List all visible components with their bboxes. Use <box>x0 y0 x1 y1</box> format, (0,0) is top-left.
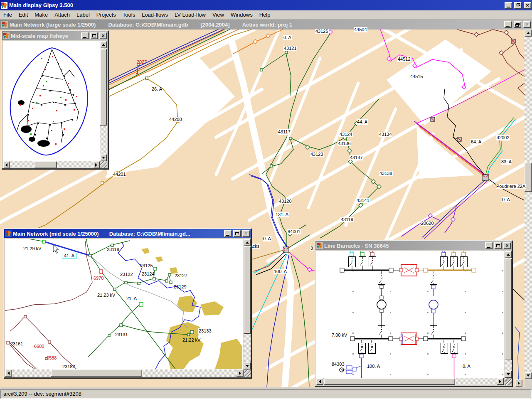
menu-item-help[interactable]: Help <box>256 11 274 19</box>
scroll-thumb[interactable] <box>34 161 57 168</box>
status-text: arc#3,209 -- dev: segment#3208 <box>0 389 532 399</box>
coordinates: [2004,2004] <box>201 22 230 28</box>
scroll-right-button[interactable] <box>236 369 244 377</box>
scroll-thumb[interactable] <box>51 369 142 377</box>
window-icon <box>5 230 12 237</box>
maximize-icon <box>235 232 239 235</box>
large-scale-titlebar[interactable]: Main Network (large scale 1/2500) Databa… <box>0 20 532 30</box>
close-button[interactable]: × <box>99 32 107 39</box>
restore-button[interactable] <box>514 2 522 9</box>
map-label: 100. A <box>367 364 380 369</box>
scroll-left-button[interactable] <box>3 161 10 168</box>
midscale-window[interactable]: Main Network (mid scale 1/25000) Databas… <box>3 228 251 378</box>
scroll-thumb[interactable] <box>525 163 532 192</box>
menu-item-windows[interactable]: Windows <box>227 11 256 19</box>
scroll-right-button[interactable] <box>93 161 100 168</box>
scroll-down-button[interactable] <box>505 371 512 378</box>
up-arrow-icon <box>246 241 249 244</box>
scroll-thumb[interactable] <box>505 259 512 360</box>
midscale-titlebar[interactable]: Main Network (mid scale 1/25000) Databas… <box>4 229 251 238</box>
close-button: × <box>523 21 531 28</box>
down-arrow-icon <box>507 373 510 375</box>
menu-item-tools[interactable]: Tools <box>119 11 138 19</box>
menu-item-attach[interactable]: Attach <box>51 11 73 19</box>
scroll-left-button[interactable] <box>316 378 323 385</box>
window-icon <box>1 21 8 28</box>
scroll-left-button[interactable] <box>5 369 12 377</box>
map-label: 23125 <box>140 263 153 268</box>
scrollbar-corner <box>525 379 532 389</box>
schematic-view[interactable]: 7.00 kV84303100. A0. A <box>316 251 504 378</box>
scroll-thumb[interactable] <box>324 378 455 385</box>
midscale-horizontal-scrollbar[interactable] <box>5 369 244 377</box>
maximize-button[interactable] <box>233 230 241 237</box>
minimize-button[interactable] <box>485 242 493 249</box>
scroll-up-button[interactable] <box>505 251 512 258</box>
left-arrow-icon <box>7 372 10 375</box>
menu-item-lv-load-flow[interactable]: LV Load-flow <box>171 11 209 19</box>
left-arrow-icon <box>5 163 7 167</box>
main-vertical-scrollbar[interactable] <box>525 30 532 379</box>
fisheye-map[interactable] <box>3 41 100 161</box>
restore-icon <box>515 23 520 27</box>
scroll-up-button[interactable] <box>244 239 251 246</box>
minimize-button[interactable] <box>224 230 232 237</box>
scroll-down-button[interactable] <box>100 154 107 161</box>
scroll-thumb[interactable] <box>100 49 107 126</box>
window-title: Mid-scale map fisheye <box>11 33 68 39</box>
maximize-button[interactable] <box>494 242 502 249</box>
scroll-down-button[interactable] <box>244 362 251 369</box>
maximize-button[interactable] <box>90 32 98 39</box>
resize-grip[interactable] <box>100 161 107 168</box>
linebarracks-horizontal-scrollbar[interactable] <box>316 378 504 385</box>
fisheye-vertical-scrollbar[interactable] <box>100 41 107 161</box>
close-button[interactable]: × <box>503 242 511 249</box>
window-title: Main Network (large scale 1/2500) <box>10 22 96 28</box>
minimize-icon <box>487 247 490 248</box>
minimize-button[interactable] <box>81 32 89 39</box>
maximize-icon <box>496 244 500 247</box>
scroll-right-button[interactable] <box>497 378 504 385</box>
midscale-map[interactable]: 21.29 kV41. A23118697021.23 kV2312523122… <box>5 239 243 369</box>
map-label: 23161 <box>10 341 24 347</box>
map-label: 23127 <box>174 273 188 278</box>
menu-item-load-flows[interactable]: Load-flows <box>138 11 171 19</box>
minimize-button[interactable] <box>505 2 512 9</box>
window-icon <box>316 242 323 249</box>
fisheye-horizontal-scrollbar[interactable] <box>3 161 100 168</box>
close-button[interactable]: × <box>524 2 531 9</box>
map-label: 23129 <box>173 284 187 290</box>
maximize-icon <box>92 34 96 37</box>
linebarracks-vertical-scrollbar[interactable] <box>505 251 512 378</box>
map-label: 23133 <box>198 328 212 334</box>
midscale-vertical-scrollbar[interactable] <box>244 239 251 369</box>
restore-button[interactable] <box>514 21 521 28</box>
map-label: 23122 <box>120 272 133 277</box>
menu-item-edit[interactable]: Edit <box>15 11 31 19</box>
menu-item-projects[interactable]: Projects <box>93 11 119 19</box>
map-label: 0. A <box>462 364 471 369</box>
menu-item-view[interactable]: View <box>209 11 227 19</box>
main-scroll-right-button[interactable] <box>515 379 522 387</box>
window-icon <box>3 32 10 39</box>
main-titlebar[interactable]: Main display Gipsy 3.500 × <box>0 0 532 10</box>
scroll-thumb[interactable] <box>244 246 251 334</box>
close-icon: × <box>244 231 248 236</box>
scroll-up-button[interactable] <box>525 30 532 37</box>
map-label: 21. A <box>126 296 137 301</box>
minimize-button[interactable] <box>504 21 512 28</box>
fisheye-window[interactable]: Mid-scale map fisheye × <box>1 30 108 169</box>
database-path: Database: G:\GDB\MI\main.gd... <box>109 231 190 237</box>
resize-grip[interactable] <box>244 369 251 377</box>
menu-item-file[interactable]: File <box>0 11 15 19</box>
right-arrow-icon <box>239 372 241 375</box>
fisheye-titlebar[interactable]: Mid-scale map fisheye × <box>2 31 108 40</box>
menu-item-label[interactable]: Label <box>73 11 93 19</box>
scroll-up-button[interactable] <box>100 41 107 48</box>
scroll-down-button[interactable] <box>525 372 532 379</box>
menu-item-make[interactable]: Make <box>31 11 51 19</box>
linebarracks-window[interactable]: Line Barracks - SN 38645 × <box>315 240 512 387</box>
linebarracks-titlebar[interactable]: Line Barracks - SN 38645 × <box>315 241 512 250</box>
app-icon <box>1 2 7 9</box>
resize-grip[interactable] <box>505 378 512 385</box>
